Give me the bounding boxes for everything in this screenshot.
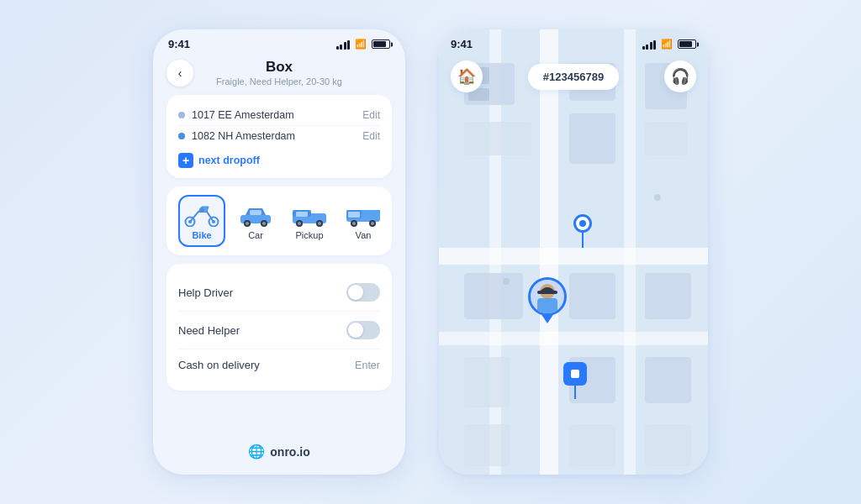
battery-icon bbox=[372, 39, 390, 49]
pickup-label: Pickup bbox=[295, 230, 323, 240]
option-need-helper: Need Helper bbox=[178, 312, 380, 349]
edit-origin-button[interactable]: Edit bbox=[362, 109, 380, 121]
origin-pin-stem bbox=[582, 233, 584, 248]
svg-rect-42 bbox=[645, 273, 691, 319]
vehicle-van[interactable]: Van bbox=[340, 195, 387, 247]
bike-label: Bike bbox=[192, 230, 211, 240]
svg-rect-46 bbox=[464, 424, 510, 466]
svg-point-49 bbox=[503, 278, 510, 285]
address-row-dest: 1082 NH Amesterdam Edit bbox=[178, 125, 380, 146]
driver-pin bbox=[528, 277, 567, 323]
car-icon bbox=[237, 203, 274, 227]
vehicle-selector: Bike Car bbox=[166, 186, 392, 255]
support-icon: 🎧 bbox=[671, 67, 689, 86]
wifi-icon: 📶 bbox=[355, 39, 367, 50]
origin-address: 1017 EE Amesterdam bbox=[192, 109, 294, 121]
back-button[interactable]: ‹ bbox=[166, 60, 193, 87]
svg-point-16 bbox=[298, 222, 301, 225]
status-icons-left: 📶 bbox=[336, 39, 391, 50]
left-phone-content: ‹ Box Fraigle, Need Helper, 20-30 kg 101… bbox=[153, 54, 405, 391]
addresses-card: 1017 EE Amesterdam Edit 1082 NH Amesterd… bbox=[166, 95, 392, 178]
package-subtitle: Fraigle, Need Helper, 20-30 kg bbox=[216, 76, 342, 87]
battery-icon-right bbox=[678, 39, 696, 49]
svg-rect-43 bbox=[464, 357, 510, 407]
toggle-knob-2 bbox=[348, 323, 363, 338]
svg-rect-38 bbox=[569, 113, 615, 164]
svg-point-9 bbox=[262, 222, 266, 225]
svg-rect-13 bbox=[296, 212, 308, 217]
svg-rect-45 bbox=[645, 357, 691, 403]
status-icons-right: 📶 bbox=[642, 39, 697, 50]
need-helper-label: Need Helper bbox=[178, 324, 240, 337]
status-bar-right: 9:41 📶 bbox=[451, 29, 696, 54]
toggle-knob bbox=[348, 285, 363, 300]
svg-rect-48 bbox=[645, 424, 691, 466]
vehicle-bike[interactable]: Bike bbox=[178, 195, 225, 247]
svg-point-50 bbox=[654, 194, 661, 201]
address-row-origin: 1017 EE Amesterdam Edit bbox=[178, 105, 380, 125]
time-right: 9:41 bbox=[451, 38, 473, 50]
back-icon: ‹ bbox=[178, 66, 182, 80]
dest-address: 1082 NH Amesterdam bbox=[192, 130, 295, 142]
vehicle-pickup[interactable]: Pickup bbox=[286, 195, 333, 247]
svg-rect-41 bbox=[569, 273, 615, 319]
help-driver-toggle[interactable] bbox=[346, 283, 380, 302]
map-container: 9:41 📶 🏠 # bbox=[439, 29, 708, 475]
next-dropoff-button[interactable]: + next dropoff bbox=[178, 153, 380, 168]
origin-map-pin bbox=[573, 214, 592, 248]
cash-on-delivery-label: Cash on delivery bbox=[178, 359, 260, 371]
dest-square bbox=[563, 362, 587, 386]
dest-stem bbox=[574, 386, 576, 399]
svg-rect-47 bbox=[569, 424, 615, 466]
page-wrapper: 9:41 📶 ‹ Box Fraigle, Need Helper, 2 bbox=[153, 29, 708, 475]
svg-rect-40 bbox=[464, 273, 523, 319]
svg-rect-39 bbox=[645, 122, 687, 155]
svg-point-8 bbox=[246, 222, 249, 225]
page-header: ‹ Box Fraigle, Need Helper, 20-30 kg bbox=[166, 54, 392, 95]
help-driver-label: Help Driver bbox=[178, 286, 233, 299]
svg-point-17 bbox=[318, 222, 321, 225]
tracking-id: #123456789 bbox=[528, 64, 619, 90]
dest-square-inner bbox=[571, 370, 579, 378]
status-bar-left: 9:41 📶 bbox=[153, 29, 405, 54]
cash-on-delivery-enter-button[interactable]: Enter bbox=[355, 360, 380, 371]
origin-pin-circle bbox=[573, 214, 592, 233]
svg-point-23 bbox=[352, 222, 356, 225]
map-header: 🏠 #123456789 🎧 bbox=[451, 54, 696, 101]
left-phone: 9:41 📶 ‹ Box Fraigle, Need Helper, 2 bbox=[153, 29, 405, 475]
options-card: Help Driver Need Helper Cash on delivery… bbox=[166, 264, 392, 391]
option-help-driver: Help Driver bbox=[178, 274, 380, 312]
vehicle-car[interactable]: Car bbox=[232, 195, 279, 247]
svg-rect-10 bbox=[250, 210, 261, 215]
option-cash-on-delivery: Cash on delivery Enter bbox=[178, 349, 380, 381]
next-dropoff-label: next dropoff bbox=[198, 155, 260, 166]
map-support-button[interactable]: 🎧 bbox=[664, 60, 696, 92]
van-label: Van bbox=[356, 230, 372, 240]
header-title: Box Fraigle, Need Helper, 20-30 kg bbox=[216, 59, 342, 87]
address-left-origin: 1017 EE Amesterdam bbox=[178, 109, 294, 121]
svg-rect-25 bbox=[362, 210, 380, 218]
svg-point-24 bbox=[371, 222, 374, 225]
time-left: 9:41 bbox=[168, 38, 190, 50]
signal-icon-right bbox=[642, 39, 657, 50]
destination-pin bbox=[563, 362, 587, 399]
origin-pin-dot bbox=[579, 220, 586, 227]
dest-dot bbox=[178, 133, 185, 139]
svg-rect-52 bbox=[537, 298, 557, 313]
svg-rect-53 bbox=[537, 291, 557, 294]
driver-avatar bbox=[528, 277, 567, 316]
home-icon: 🏠 bbox=[457, 67, 476, 86]
svg-rect-37 bbox=[464, 122, 531, 155]
pickup-icon bbox=[291, 203, 328, 227]
map-home-button[interactable]: 🏠 bbox=[451, 60, 483, 92]
wifi-icon-right: 📶 bbox=[661, 39, 673, 50]
brand-name: onro.io bbox=[270, 445, 309, 459]
need-helper-toggle[interactable] bbox=[346, 321, 380, 339]
bike-icon bbox=[183, 203, 220, 227]
address-left-dest: 1082 NH Amesterdam bbox=[178, 130, 295, 142]
origin-dot bbox=[178, 112, 185, 118]
car-label: Car bbox=[248, 230, 263, 240]
van-icon bbox=[345, 203, 382, 227]
edit-dest-button[interactable]: Edit bbox=[362, 130, 380, 142]
svg-point-4 bbox=[199, 207, 204, 213]
